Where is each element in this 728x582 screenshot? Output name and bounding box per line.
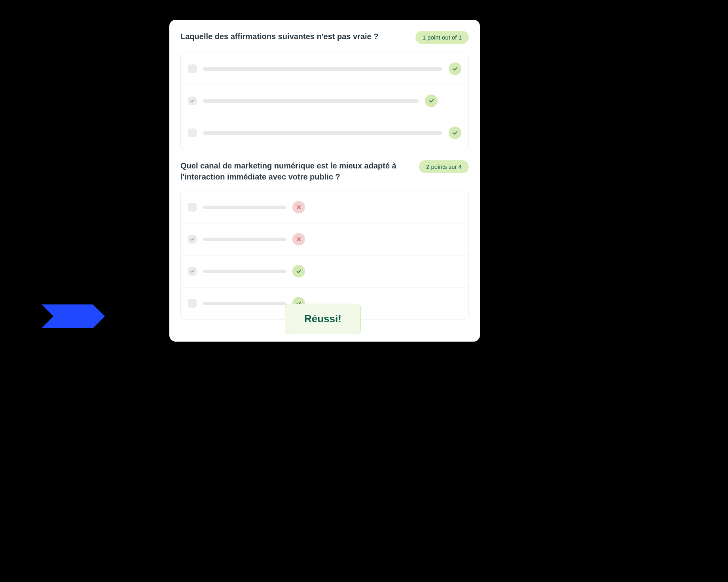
option-placeholder <box>203 131 442 135</box>
status-bad-icon <box>292 233 305 246</box>
checkbox[interactable] <box>188 267 197 276</box>
option-row <box>181 255 468 287</box>
question-text: Laquelle des affirmations suivantes n'es… <box>180 31 408 42</box>
option-placeholder <box>203 99 419 103</box>
status-ok-icon <box>449 62 461 75</box>
question-block: Quel canal de marketing numérique est le… <box>180 160 469 319</box>
quiz-result-card: Laquelle des affirmations suivantes n'es… <box>169 20 480 342</box>
option-placeholder <box>203 238 286 241</box>
check-icon <box>190 268 195 274</box>
check-icon <box>190 98 195 104</box>
score-badge: 2 points sur 4 <box>419 160 469 173</box>
check-icon <box>190 236 195 242</box>
score-badge: 1 point out of 1 <box>415 31 469 44</box>
pass-badge: Réussi! <box>285 304 361 334</box>
checkbox[interactable] <box>188 96 197 105</box>
checkbox[interactable] <box>188 64 197 73</box>
checkbox[interactable] <box>188 235 197 244</box>
option-placeholder <box>203 302 286 305</box>
checkbox[interactable] <box>188 203 197 212</box>
status-ok-icon <box>292 265 305 278</box>
question-text: Quel canal de marketing numérique est le… <box>180 160 411 182</box>
svg-marker-0 <box>42 304 105 328</box>
option-row <box>181 191 468 223</box>
options-box <box>180 191 469 319</box>
options-box <box>180 53 469 149</box>
checkbox[interactable] <box>188 128 197 137</box>
option-row <box>181 117 468 149</box>
option-row <box>181 53 468 85</box>
option-row <box>181 85 468 117</box>
arrow-decoration <box>42 304 133 328</box>
option-row <box>181 223 468 255</box>
option-placeholder <box>203 67 442 71</box>
option-placeholder <box>203 206 286 209</box>
status-bad-icon <box>292 201 305 214</box>
checkbox[interactable] <box>188 299 197 308</box>
status-ok-icon <box>449 127 461 139</box>
option-placeholder <box>203 270 286 273</box>
status-ok-icon <box>425 94 438 107</box>
question-block: Laquelle des affirmations suivantes n'es… <box>180 31 469 149</box>
